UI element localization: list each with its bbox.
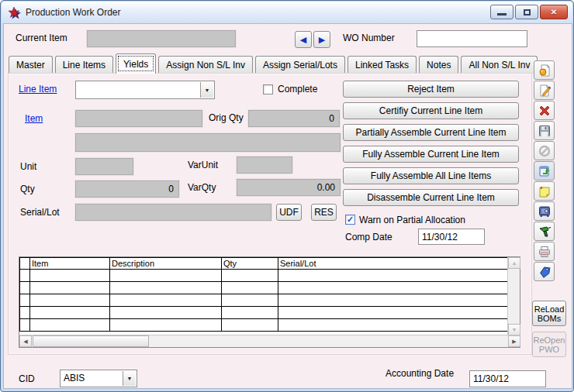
scroll-right-icon[interactable]: ▶ <box>508 335 520 347</box>
cancel-icon <box>538 144 552 158</box>
col-item[interactable]: Item <box>30 258 110 270</box>
tab-notes[interactable]: Notes <box>419 56 458 74</box>
vertical-scrollbar[interactable]: ▲ ▼ <box>507 257 520 335</box>
serial-lot-label: Serial/Lot <box>20 207 60 218</box>
row-selector-header <box>20 258 30 270</box>
unit-field <box>75 158 133 175</box>
table-row[interactable] <box>20 307 509 319</box>
combo-arrow-icon: ▼ <box>200 82 213 98</box>
tab-bar: Master Line Items Yields Assign Non S/L … <box>9 53 538 74</box>
warn-partial-allocation-checkbox[interactable]: ✓ <box>345 215 355 225</box>
res-button[interactable]: RES <box>311 204 337 221</box>
orig-qty-label: Orig Qty <box>209 112 244 123</box>
fully-assemble-all-button[interactable]: Fully Assemble All Line Items <box>343 167 519 184</box>
tag-icon <box>538 265 552 279</box>
complete-checkbox[interactable] <box>263 84 273 95</box>
tab-master[interactable]: Master <box>9 56 53 74</box>
tab-line-items[interactable]: Line Items <box>55 56 113 74</box>
varqty-field: 0.00 <box>237 179 341 196</box>
wo-number-input[interactable] <box>417 30 527 47</box>
tag-button[interactable] <box>534 262 555 281</box>
varunit-label: VarUnit <box>188 160 218 170</box>
current-item-label: Current Item <box>16 33 67 43</box>
restore-icon <box>524 9 531 15</box>
lookup-icon <box>538 64 552 77</box>
grid-header-row: Item Description Qty Serial/Lot <box>20 258 509 270</box>
import-button[interactable] <box>534 161 555 181</box>
window-title: Production Work Order <box>26 7 121 18</box>
print-button[interactable] <box>534 242 555 261</box>
dialog-client-area: Current Item ◀ ▶ WO Number Master Line I… <box>3 23 572 389</box>
safe-button[interactable] <box>534 201 555 221</box>
maximize-button[interactable] <box>515 5 538 19</box>
note-button[interactable] <box>534 181 555 201</box>
varunit-field <box>237 156 292 174</box>
tab-assign-serial-lots[interactable]: Assign Serial/Lots <box>255 56 345 74</box>
col-qty[interactable]: Qty <box>222 258 278 270</box>
table-row[interactable] <box>20 270 509 282</box>
nav-right-icon: ▶ <box>319 35 325 45</box>
wo-number-label: WO Number <box>343 33 395 43</box>
tab-all-non-sl-inv[interactable]: All Non S/L Inv <box>461 56 538 74</box>
table-row[interactable] <box>20 294 509 307</box>
col-serial-lot[interactable]: Serial/Lot <box>278 258 509 270</box>
scroll-down-icon[interactable]: ▼ <box>508 324 520 335</box>
close-icon: ✕ <box>551 8 557 16</box>
certify-current-line-item-button[interactable]: Certifiy Current Line Item <box>343 102 519 119</box>
item-link[interactable]: Item <box>25 113 43 124</box>
serial-lot-field <box>75 204 271 221</box>
horizontal-scrollbar[interactable]: ◀ ▶ <box>19 335 520 347</box>
cid-combo[interactable]: ABIS ▼ <box>60 370 137 387</box>
scroll-up-icon[interactable]: ▲ <box>508 257 520 269</box>
partially-assemble-button[interactable]: Partially Assemble Current Line Item <box>343 124 519 141</box>
yields-table: Item Description Qty Serial/Lot <box>19 257 509 332</box>
qty-label: Qty <box>20 184 35 194</box>
scanner-button[interactable] <box>534 222 555 241</box>
tab-linked-tasks[interactable]: Linked Tasks <box>348 56 417 74</box>
delete-icon <box>538 104 552 118</box>
varqty-label: VarQty <box>188 182 216 193</box>
horizontal-scroll-thumb[interactable] <box>33 335 149 347</box>
app-star-icon <box>8 6 21 19</box>
fully-assemble-current-button[interactable]: Fully Assemble Current Line Item <box>343 146 519 163</box>
save-button[interactable] <box>534 121 555 140</box>
cid-combo-arrow-icon: ▼ <box>123 371 136 386</box>
scroll-left-icon[interactable]: ◀ <box>19 335 32 347</box>
next-record-button[interactable]: ▶ <box>313 31 330 48</box>
cancel-button[interactable] <box>534 141 555 160</box>
accounting-date-input[interactable] <box>469 370 546 387</box>
safe-icon <box>538 205 552 218</box>
tab-assign-non-sl-inv[interactable]: Assign Non S/L Inv <box>158 56 253 74</box>
save-icon <box>538 124 552 138</box>
scanner-icon <box>538 225 552 239</box>
edit-icon <box>538 84 552 98</box>
comp-date-input[interactable] <box>418 229 485 245</box>
table-row[interactable] <box>20 282 509 294</box>
prev-record-button[interactable]: ◀ <box>295 31 312 48</box>
complete-label: Complete <box>278 84 317 95</box>
qty-field: 0 <box>75 181 179 198</box>
delete-button[interactable] <box>534 101 555 120</box>
tab-yields[interactable]: Yields <box>116 53 156 74</box>
udf-button[interactable]: UDF <box>276 204 302 221</box>
minimize-button[interactable] <box>490 5 513 19</box>
disassemble-current-button[interactable]: Disassemble Current Line Item <box>343 189 519 206</box>
col-description[interactable]: Description <box>110 258 222 270</box>
close-button[interactable]: ✕ <box>540 5 568 19</box>
item-description-field <box>75 133 341 152</box>
table-row[interactable] <box>20 319 509 332</box>
production-work-order-window: Production Work Order ✕ Current Item ◀ ▶… <box>0 0 574 392</box>
unit-label: Unit <box>20 161 36 172</box>
line-item-combo[interactable]: ▼ <box>75 81 215 99</box>
line-item-link[interactable]: Line Item <box>19 84 57 95</box>
reload-boms-button[interactable]: ReLoad BOMs <box>532 301 566 326</box>
lookup-button[interactable] <box>534 60 555 80</box>
nav-left-icon: ◀ <box>300 35 306 45</box>
edit-button[interactable] <box>534 81 555 100</box>
current-item-field <box>87 30 236 47</box>
reject-item-button[interactable]: Reject Item <box>343 81 519 98</box>
title-bar[interactable]: Production Work Order ✕ <box>2 2 572 23</box>
comp-date-label: Comp Date <box>345 232 392 242</box>
warn-partial-allocation-label: Warn on Partial Allocation <box>359 215 465 225</box>
import-icon <box>538 164 552 178</box>
